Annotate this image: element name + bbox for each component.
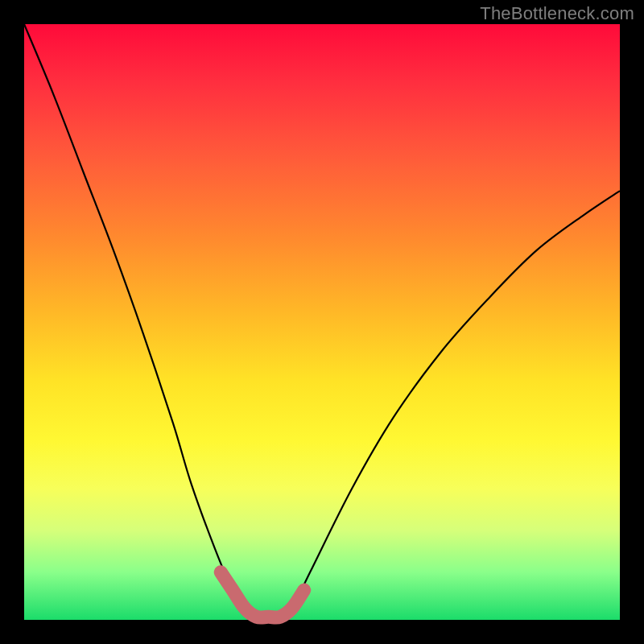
attribution-label: TheBottleneck.com [480,3,634,24]
plot-area [24,24,620,620]
highlight-segment [221,572,304,617]
chart-frame: TheBottleneck.com [0,0,644,644]
chart-svg [24,24,620,620]
curve-line [24,24,620,617]
